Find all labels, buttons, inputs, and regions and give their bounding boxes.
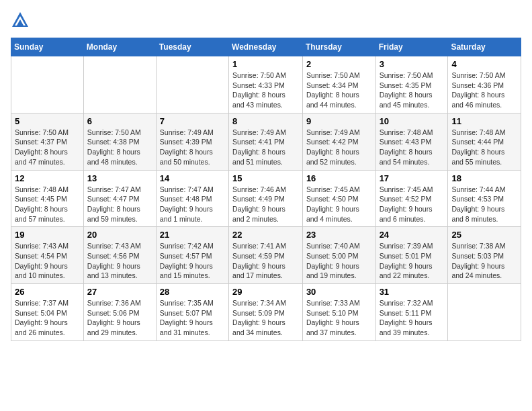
day-number: 10 <box>380 116 445 126</box>
day-info: Sunrise: 7:43 AM Sunset: 4:54 PM Dayligh… <box>15 241 80 281</box>
calendar-day-cell: 23Sunrise: 7:40 AM Sunset: 5:00 PM Dayli… <box>302 227 375 284</box>
calendar-day-cell <box>448 284 521 341</box>
day-number: 30 <box>306 287 372 297</box>
calendar-day-cell: 19Sunrise: 7:43 AM Sunset: 4:54 PM Dayli… <box>11 227 84 284</box>
day-number: 25 <box>451 230 517 240</box>
day-number: 9 <box>306 116 372 126</box>
day-info: Sunrise: 7:36 AM Sunset: 5:06 PM Dayligh… <box>87 298 152 338</box>
day-number: 20 <box>87 230 152 240</box>
day-of-week-header: Saturday <box>448 38 521 56</box>
day-number: 19 <box>15 230 80 240</box>
calendar-day-cell: 27Sunrise: 7:36 AM Sunset: 5:06 PM Dayli… <box>83 284 156 341</box>
calendar-day-cell: 3Sunrise: 7:50 AM Sunset: 4:35 PM Daylig… <box>375 56 448 113</box>
day-number: 11 <box>451 116 517 126</box>
day-info: Sunrise: 7:50 AM Sunset: 4:37 PM Dayligh… <box>15 128 80 167</box>
day-info: Sunrise: 7:32 AM Sunset: 5:11 PM Dayligh… <box>380 298 445 338</box>
calendar-day-cell: 22Sunrise: 7:41 AM Sunset: 4:59 PM Dayli… <box>229 227 303 284</box>
day-number: 2 <box>306 59 372 69</box>
calendar-day-cell: 17Sunrise: 7:45 AM Sunset: 4:52 PM Dayli… <box>375 170 448 227</box>
day-info: Sunrise: 7:41 AM Sunset: 4:59 PM Dayligh… <box>232 241 299 281</box>
day-of-week-header: Sunday <box>11 38 84 56</box>
day-info: Sunrise: 7:40 AM Sunset: 5:00 PM Dayligh… <box>306 241 372 281</box>
calendar-week-row: 19Sunrise: 7:43 AM Sunset: 4:54 PM Dayli… <box>11 227 521 284</box>
day-info: Sunrise: 7:43 AM Sunset: 4:56 PM Dayligh… <box>87 241 152 281</box>
calendar-day-cell: 31Sunrise: 7:32 AM Sunset: 5:11 PM Dayli… <box>375 284 448 341</box>
day-info: Sunrise: 7:50 AM Sunset: 4:35 PM Dayligh… <box>380 71 445 110</box>
day-number: 6 <box>87 116 152 126</box>
day-number: 13 <box>87 173 152 183</box>
day-info: Sunrise: 7:38 AM Sunset: 5:03 PM Dayligh… <box>451 241 517 281</box>
day-info: Sunrise: 7:50 AM Sunset: 4:33 PM Dayligh… <box>232 71 299 110</box>
calendar-header-row: SundayMondayTuesdayWednesdayThursdayFrid… <box>11 38 521 56</box>
calendar-day-cell: 11Sunrise: 7:48 AM Sunset: 4:44 PM Dayli… <box>448 113 521 170</box>
day-number: 22 <box>232 230 299 240</box>
day-of-week-header: Monday <box>83 38 156 56</box>
day-info: Sunrise: 7:45 AM Sunset: 4:52 PM Dayligh… <box>380 185 445 224</box>
day-number: 17 <box>380 173 445 183</box>
day-of-week-header: Wednesday <box>229 38 303 56</box>
calendar-day-cell: 30Sunrise: 7:33 AM Sunset: 5:10 PM Dayli… <box>302 284 375 341</box>
day-info: Sunrise: 7:48 AM Sunset: 4:44 PM Dayligh… <box>451 128 517 167</box>
day-info: Sunrise: 7:48 AM Sunset: 4:45 PM Dayligh… <box>15 185 80 224</box>
calendar-day-cell <box>83 56 156 113</box>
calendar-day-cell: 25Sunrise: 7:38 AM Sunset: 5:03 PM Dayli… <box>448 227 521 284</box>
calendar-day-cell: 29Sunrise: 7:34 AM Sunset: 5:09 PM Dayli… <box>229 284 303 341</box>
calendar-day-cell: 24Sunrise: 7:39 AM Sunset: 5:01 PM Dayli… <box>375 227 448 284</box>
day-info: Sunrise: 7:49 AM Sunset: 4:41 PM Dayligh… <box>232 128 299 167</box>
calendar-table: SundayMondayTuesdayWednesdayThursdayFrid… <box>11 38 521 341</box>
day-number: 18 <box>451 173 517 183</box>
calendar-day-cell: 6Sunrise: 7:50 AM Sunset: 4:38 PM Daylig… <box>83 113 156 170</box>
day-info: Sunrise: 7:34 AM Sunset: 5:09 PM Dayligh… <box>232 298 299 338</box>
day-number: 3 <box>380 59 445 69</box>
day-number: 21 <box>160 230 225 240</box>
day-info: Sunrise: 7:50 AM Sunset: 4:34 PM Dayligh… <box>306 71 372 110</box>
calendar-day-cell: 4Sunrise: 7:50 AM Sunset: 4:36 PM Daylig… <box>448 56 521 113</box>
calendar-day-cell: 18Sunrise: 7:44 AM Sunset: 4:53 PM Dayli… <box>448 170 521 227</box>
day-info: Sunrise: 7:46 AM Sunset: 4:49 PM Dayligh… <box>232 185 299 224</box>
day-number: 12 <box>15 173 80 183</box>
calendar-day-cell: 14Sunrise: 7:47 AM Sunset: 4:48 PM Dayli… <box>156 170 228 227</box>
calendar-day-cell: 26Sunrise: 7:37 AM Sunset: 5:04 PM Dayli… <box>11 284 84 341</box>
day-number: 31 <box>380 287 445 297</box>
calendar-day-cell: 13Sunrise: 7:47 AM Sunset: 4:47 PM Dayli… <box>83 170 156 227</box>
day-number: 14 <box>160 173 225 183</box>
day-info: Sunrise: 7:49 AM Sunset: 4:39 PM Dayligh… <box>160 128 225 167</box>
day-number: 23 <box>306 230 372 240</box>
calendar-day-cell: 8Sunrise: 7:49 AM Sunset: 4:41 PM Daylig… <box>229 113 303 170</box>
day-info: Sunrise: 7:39 AM Sunset: 5:01 PM Dayligh… <box>380 241 445 281</box>
day-number: 15 <box>232 173 299 183</box>
day-info: Sunrise: 7:33 AM Sunset: 5:10 PM Dayligh… <box>306 298 372 338</box>
day-number: 16 <box>306 173 372 183</box>
calendar-week-row: 12Sunrise: 7:48 AM Sunset: 4:45 PM Dayli… <box>11 170 521 227</box>
day-number: 29 <box>232 287 299 297</box>
logo-icon <box>11 11 30 30</box>
calendar-day-cell: 7Sunrise: 7:49 AM Sunset: 4:39 PM Daylig… <box>156 113 228 170</box>
calendar-day-cell <box>156 56 228 113</box>
day-of-week-header: Friday <box>375 38 448 56</box>
day-info: Sunrise: 7:50 AM Sunset: 4:36 PM Dayligh… <box>451 71 517 110</box>
day-number: 27 <box>87 287 152 297</box>
calendar-day-cell: 28Sunrise: 7:35 AM Sunset: 5:07 PM Dayli… <box>156 284 228 341</box>
day-info: Sunrise: 7:47 AM Sunset: 4:48 PM Dayligh… <box>160 185 225 224</box>
day-of-week-header: Tuesday <box>156 38 228 56</box>
day-info: Sunrise: 7:44 AM Sunset: 4:53 PM Dayligh… <box>451 185 517 224</box>
day-number: 28 <box>160 287 225 297</box>
day-info: Sunrise: 7:49 AM Sunset: 4:42 PM Dayligh… <box>306 128 372 167</box>
day-info: Sunrise: 7:50 AM Sunset: 4:38 PM Dayligh… <box>87 128 152 167</box>
calendar-day-cell: 10Sunrise: 7:48 AM Sunset: 4:43 PM Dayli… <box>375 113 448 170</box>
day-of-week-header: Thursday <box>302 38 375 56</box>
day-number: 1 <box>232 59 299 69</box>
calendar-day-cell: 16Sunrise: 7:45 AM Sunset: 4:50 PM Dayli… <box>302 170 375 227</box>
calendar-week-row: 1Sunrise: 7:50 AM Sunset: 4:33 PM Daylig… <box>11 56 521 113</box>
calendar-day-cell: 15Sunrise: 7:46 AM Sunset: 4:49 PM Dayli… <box>229 170 303 227</box>
calendar-week-row: 26Sunrise: 7:37 AM Sunset: 5:04 PM Dayli… <box>11 284 521 341</box>
day-info: Sunrise: 7:48 AM Sunset: 4:43 PM Dayligh… <box>380 128 445 167</box>
day-info: Sunrise: 7:35 AM Sunset: 5:07 PM Dayligh… <box>160 298 225 338</box>
day-info: Sunrise: 7:45 AM Sunset: 4:50 PM Dayligh… <box>306 185 372 224</box>
calendar-day-cell: 9Sunrise: 7:49 AM Sunset: 4:42 PM Daylig… <box>302 113 375 170</box>
day-info: Sunrise: 7:47 AM Sunset: 4:47 PM Dayligh… <box>87 185 152 224</box>
day-number: 5 <box>15 116 80 126</box>
calendar-day-cell <box>11 56 84 113</box>
day-number: 26 <box>15 287 80 297</box>
calendar-day-cell: 2Sunrise: 7:50 AM Sunset: 4:34 PM Daylig… <box>302 56 375 113</box>
